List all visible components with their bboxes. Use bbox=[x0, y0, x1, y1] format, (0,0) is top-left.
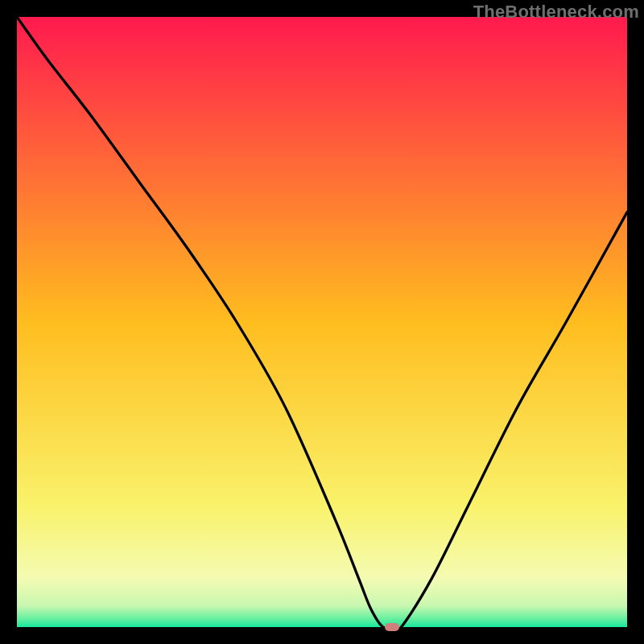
svg-rect-0 bbox=[17, 17, 627, 627]
plot-area bbox=[17, 17, 627, 627]
watermark-text: TheBottleneck.com bbox=[473, 2, 639, 23]
gradient-background bbox=[17, 17, 627, 627]
chart-container: TheBottleneck.com bbox=[0, 0, 644, 644]
minimum-marker bbox=[385, 623, 399, 631]
